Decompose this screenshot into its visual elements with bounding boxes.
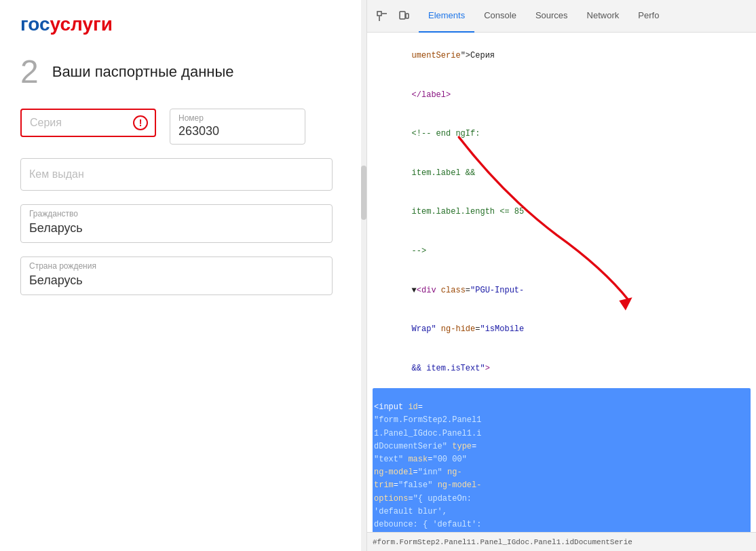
code-area: umentSerie">Серия </label> <!-- end ngIf… (367, 33, 756, 532)
code-line-highlighted[interactable]: <input id= "form.FormStep2.Panel1 1.Pane… (373, 388, 751, 532)
strana-label: Страна рождения (29, 261, 324, 271)
tab-performance[interactable]: Perfo (628, 0, 668, 33)
section-number: 2 (20, 56, 39, 88)
seria-placeholder: Серия (30, 117, 62, 128)
devtools-tabs: Elements Console Sources Network Perfo (419, 0, 668, 33)
statusbar-text: #form.FormStep2.Panel11.Panel_IGdoc.Pane… (373, 538, 632, 546)
code-line-4: item.label && (373, 154, 751, 193)
grazhdanstvo-label: Гражданство (29, 209, 324, 218)
code-line-2: </label> (373, 76, 751, 115)
code-line-6: --> (373, 232, 751, 271)
tab-console[interactable]: Console (474, 0, 526, 33)
code-line-7c: && item.isText"> (373, 349, 751, 389)
grazhdanstvo-field[interactable]: Гражданство Беларусь (20, 204, 333, 243)
svg-rect-0 (377, 12, 381, 16)
seria-nomer-row: Серия ! Номер 263030 (20, 109, 346, 145)
seria-input-wrap[interactable]: Серия ! (20, 109, 156, 137)
tab-network[interactable]: Network (578, 0, 629, 33)
scrollbar-thumb[interactable] (361, 166, 366, 220)
nomer-label: Номер (178, 113, 204, 123)
code-line-1: umentSerie">Серия (373, 37, 751, 76)
logo-part1: гос (20, 14, 50, 35)
svg-rect-4 (406, 14, 409, 18)
code-line-3: <!-- end ngIf: (373, 115, 751, 154)
inspect-icon[interactable] (373, 7, 392, 26)
grazhdanstvo-value: Беларусь (29, 221, 324, 235)
devtools-panel: Elements Console Sources Network Perfo u… (366, 0, 756, 551)
scrollbar-track[interactable] (361, 0, 366, 551)
svg-rect-3 (400, 12, 405, 19)
tab-elements[interactable]: Elements (419, 0, 474, 33)
kem-vydan-placeholder: Кем выдан (29, 168, 84, 180)
strana-value: Беларусь (29, 273, 324, 288)
devtools-statusbar: #form.FormStep2.Panel11.Panel_IGdoc.Pane… (367, 532, 756, 551)
section-header: 2 Ваши паспортные данные (20, 56, 346, 88)
code-line-5: item.label.length <= 85 (373, 193, 751, 232)
devtools-content: umentSerie">Серия </label> <!-- end ngIf… (367, 33, 756, 532)
logo-part2: услуги (50, 14, 113, 35)
code-line-7: ▼<div class="PGU-Input- (373, 271, 751, 310)
strana-field[interactable]: Страна рождения Беларусь (20, 256, 333, 295)
device-icon[interactable] (394, 7, 413, 26)
seria-field[interactable]: Серия ! (20, 109, 156, 145)
code-line-7b: Wrap" ng-hide="isMobile (373, 310, 751, 349)
left-panel: госуслуги 2 Ваши паспортные данные Серия… (0, 0, 366, 551)
section-title: Ваши паспортные данные (52, 63, 234, 81)
nomer-field[interactable]: Номер 263030 (170, 109, 305, 145)
tab-sources[interactable]: Sources (526, 0, 578, 33)
logo: госуслуги (20, 14, 346, 35)
devtools-toolbar: Elements Console Sources Network Perfo (367, 0, 756, 33)
error-icon: ! (133, 115, 148, 130)
nomer-value: 263030 (178, 124, 219, 138)
kem-vydan-field[interactable]: Кем выдан (20, 158, 333, 191)
